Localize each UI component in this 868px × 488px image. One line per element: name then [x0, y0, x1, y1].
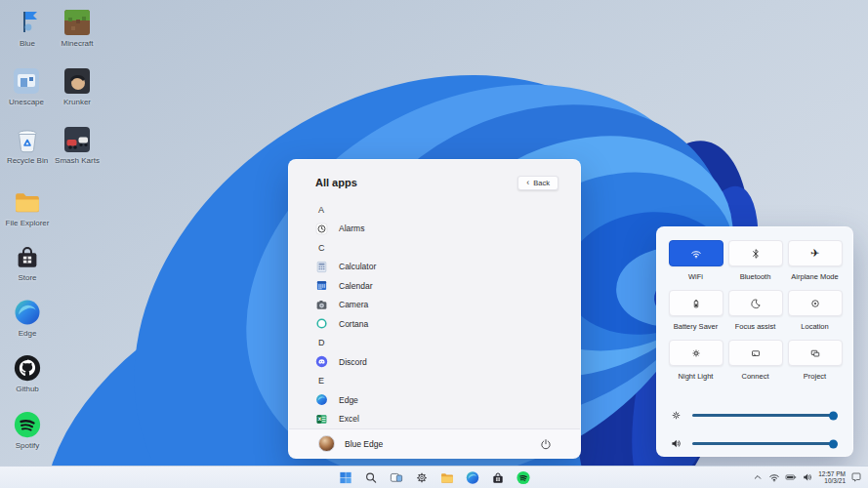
desktop-icon-label: Smash Karts	[55, 156, 100, 165]
desktop-icon-github[interactable]: Github	[5, 353, 50, 393]
start-menu-footer: Blue Edge	[289, 428, 580, 458]
quick-setting-location: Location	[785, 290, 845, 331]
desktop-icon-spotify[interactable]: Spotify	[5, 410, 50, 450]
desktop: Blue Minecraft Unescape Krunker Recy	[0, 0, 868, 488]
bluetooth-icon	[750, 248, 762, 260]
store-icon	[13, 242, 42, 271]
edge-button[interactable]	[464, 469, 480, 486]
desktop-icon-smash-karts[interactable]: Smash Karts	[55, 125, 100, 165]
edge-icon	[465, 470, 479, 485]
start-button[interactable]	[337, 469, 353, 486]
desktop-icon-edge[interactable]: Edge	[5, 298, 50, 338]
brightness-track[interactable]	[692, 414, 836, 417]
moon-icon	[750, 298, 762, 309]
night-light-toggle[interactable]	[669, 340, 723, 366]
wifi-icon	[690, 248, 702, 260]
section-header-d[interactable]: D	[315, 334, 580, 353]
desktop-icon-blue[interactable]: Blue	[5, 8, 50, 48]
tray-wifi-icon[interactable]	[768, 471, 780, 483]
desktop-icon-recycle-bin[interactable]: Recycle Bin	[5, 125, 50, 165]
spotify-button[interactable]	[515, 469, 531, 486]
desktop-icon-label: Minecraft	[62, 39, 94, 48]
toggle-label: Night Light	[679, 372, 714, 381]
search-button[interactable]	[362, 469, 379, 486]
start-menu-item-alarms[interactable]: Alarms	[315, 220, 580, 239]
desktop-icon-unescape[interactable]: Unescape	[4, 66, 49, 106]
start-menu-item-discord[interactable]: Discord	[315, 352, 580, 372]
app-label: Calendar	[339, 281, 373, 291]
volume-track[interactable]	[692, 442, 836, 445]
battery-saver-icon	[690, 298, 702, 309]
all-apps-title: All apps	[315, 177, 357, 188]
quick-setting-wifi: WiFi	[666, 240, 725, 281]
location-toggle[interactable]	[788, 290, 843, 316]
battery-saver-toggle[interactable]	[669, 290, 723, 316]
start-menu-all-apps-panel: All apps ‹ Back A Alarms C	[288, 159, 581, 459]
toggle-label: Location	[801, 322, 828, 331]
volume-slider[interactable]	[670, 429, 836, 458]
project-icon	[809, 347, 821, 359]
user-avatar[interactable]	[318, 435, 335, 452]
settings-button[interactable]	[413, 469, 430, 486]
toggle-label: Bluetooth	[740, 272, 771, 281]
desktop-icon-minecraft[interactable]: Minecraft	[55, 8, 100, 48]
store-button[interactable]	[489, 469, 506, 486]
desktop-icon-store[interactable]: Store	[5, 242, 50, 282]
tray-battery-icon[interactable]	[785, 471, 797, 483]
location-icon	[809, 298, 821, 309]
focus-assist-toggle[interactable]	[728, 290, 783, 316]
minecraft-icon	[62, 8, 92, 37]
file-explorer-button[interactable]	[438, 469, 455, 486]
back-button[interactable]: ‹ Back	[517, 176, 558, 190]
wifi-toggle[interactable]	[669, 240, 723, 266]
volume-thumb[interactable]	[829, 439, 838, 448]
user-name[interactable]: Blue Edge	[345, 439, 539, 449]
start-menu-item-excel[interactable]: X Excel	[315, 410, 580, 429]
quick-setting-airplane: ✈ Airplane Mode	[785, 240, 845, 281]
desktop-icon-label: Unescape	[9, 98, 44, 106]
quick-settings-panel: WiFi Bluetooth ✈ Airplane Mode	[656, 226, 853, 457]
bluetooth-toggle[interactable]	[728, 240, 783, 266]
toggle-label: WiFi	[688, 272, 703, 281]
start-menu-item-cortana[interactable]: Cortana	[315, 314, 580, 334]
store-icon	[490, 470, 505, 485]
toggle-label: Focus assist	[735, 322, 776, 331]
start-menu-item-calculator[interactable]: Calculator	[315, 258, 580, 277]
start-menu-item-calendar[interactable]: Calendar	[315, 276, 580, 296]
spotify-icon	[13, 410, 42, 439]
start-menu-item-edge[interactable]: Edge	[315, 390, 580, 410]
desktop-icon-label: File Explorer	[6, 219, 50, 227]
camera-icon	[315, 299, 328, 311]
calculator-icon	[315, 261, 328, 273]
windows-logo-icon	[338, 470, 352, 485]
alarms-icon	[315, 223, 328, 235]
search-icon	[363, 470, 378, 485]
brightness-slider[interactable]	[670, 401, 836, 429]
project-toggle[interactable]	[788, 340, 843, 366]
toggle-label: Connect	[742, 372, 769, 381]
tray-speaker-icon[interactable]	[802, 471, 813, 483]
connect-toggle[interactable]	[728, 340, 783, 366]
tray-chevron-up-icon[interactable]	[752, 471, 764, 483]
blue-game-icon	[13, 8, 42, 37]
svg-text:X: X	[317, 416, 321, 422]
brightness-thumb[interactable]	[829, 411, 838, 420]
power-button[interactable]	[539, 436, 555, 452]
app-label: Cortana	[339, 319, 368, 329]
gear-icon	[414, 470, 429, 485]
desktop-icon-file-explorer[interactable]: File Explorer	[5, 187, 50, 227]
desktop-icon-krunker[interactable]: Krunker	[55, 66, 100, 106]
recycle-bin-icon	[13, 125, 42, 154]
excel-icon: X	[315, 413, 328, 426]
chevron-left-icon: ‹	[526, 180, 529, 186]
taskbar-clock[interactable]: 12:57 PM 10/3/21	[818, 470, 846, 485]
all-apps-list: A Alarms C Calculator	[289, 200, 580, 428]
spotify-icon	[516, 470, 530, 485]
task-view-button[interactable]	[388, 469, 404, 486]
section-header-c[interactable]: C	[315, 238, 580, 258]
notification-center-icon[interactable]	[850, 471, 862, 483]
section-header-e[interactable]: E	[315, 372, 580, 391]
section-header-a[interactable]: A	[315, 200, 580, 220]
airplane-mode-toggle[interactable]: ✈	[788, 240, 843, 266]
start-menu-item-camera[interactable]: Camera	[315, 296, 580, 315]
